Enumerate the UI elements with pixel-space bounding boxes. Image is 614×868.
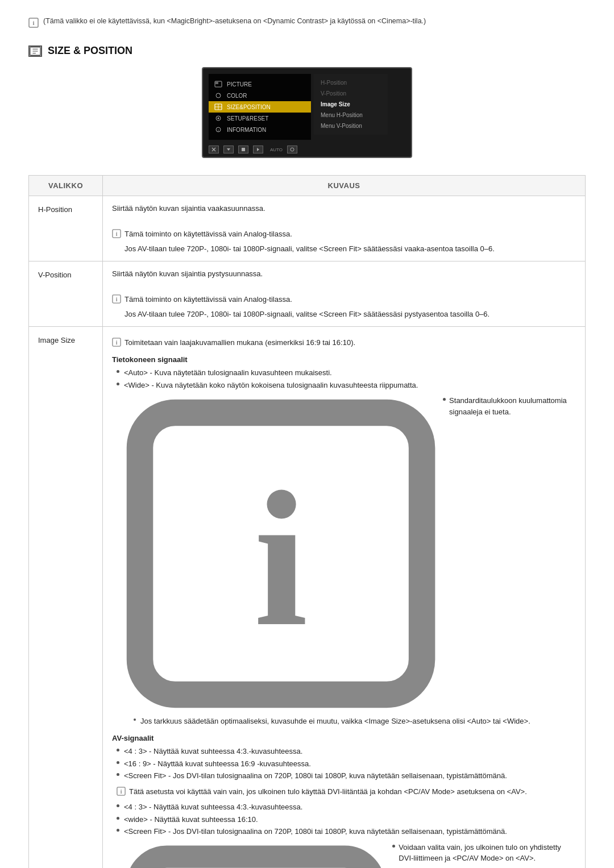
section-title-text: SIZE & POSITION [48, 45, 132, 57]
note-icon-1 [112, 229, 121, 238]
v-position-note-1: Tämä toiminto on käytettävissä vain Anal… [112, 294, 576, 305]
note-icon-image-size-top [112, 338, 121, 347]
bullet-dot-1 [117, 370, 119, 373]
submenu-h-position: H-Position [314, 77, 388, 88]
toolbar-close [209, 146, 219, 153]
top-note-icon [28, 18, 39, 28]
sub-bullet-dot-1 [134, 719, 136, 721]
pc-note-1: Standarditaulukkoon kuulumattomia signaa… [122, 395, 576, 712]
av-bullet-2-text: <16 : 9> - Näyttää kuvat suhteessa 16:9 … [124, 758, 311, 770]
av-bullet-3-text: <Screen Fit> - Jos DVI-tilan tulosignaal… [124, 770, 507, 782]
av-bullet-dot-6 [117, 829, 119, 832]
pc-bullet-2-text: <Wide> - Kuva näytetään koko näytön koko… [124, 380, 418, 391]
pc-bullet-1-text: <Auto> - Kuva näytetään tulosignaalin ku… [124, 367, 332, 379]
pc-note-bullet-dot [443, 398, 446, 401]
image-size-top-note: Toimitetaan vain laajakuvamallien mukana… [112, 337, 576, 348]
svg-point-21 [291, 148, 294, 151]
row-content-image-size: Toimitetaan vain laajakuvamallien mukana… [103, 327, 586, 869]
monitor-menu: PICTURE COLOR SIZE&POSITION [209, 74, 311, 140]
pc-signals-title: Tietokoneen signaalit [112, 354, 576, 366]
section-title-icon [28, 45, 42, 57]
av-note-1-text: Tätä asetusta voi käyttää vain vain, jos… [129, 786, 527, 798]
av-final-note-block: Voidaan valita vain, jos ulkoinen tulo o… [117, 842, 576, 868]
av-final-note-1-text: Voidaan valita vain, jos ulkoinen tulo o… [399, 842, 576, 864]
toolbar-settings [287, 146, 297, 153]
bullet-dot-2 [117, 383, 119, 385]
submenu-menu-h-position: Menu H-Position [314, 110, 388, 121]
pc-subbullet-1: Jos tarkkuus säädetään optimaaliseksi, k… [134, 716, 576, 727]
av-bullet-4-text: <4 : 3> - Näyttää kuvat suhteessa 4:3.-k… [124, 801, 302, 813]
av-bullet-dot-1 [117, 749, 119, 751]
table-row-image-size: Image Size Toimitetaan vain laajakuvamal… [29, 327, 586, 869]
av-bullet-4: <4 : 3> - Näyttää kuvat suhteessa 4:3.-k… [117, 801, 576, 813]
h-position-main-text: Siirtää näytön kuvan sijaintia vaakasuun… [112, 203, 576, 214]
menu-item-size-position: SIZE&POSITION [209, 101, 311, 113]
main-table: VALIKKO KUVAUS H-Position Siirtää näytön… [28, 175, 586, 868]
submenu-image-size: Image Size [314, 99, 388, 110]
toolbar-auto-label: AUTO [270, 147, 283, 152]
av-bullet-dot-5 [117, 817, 119, 820]
pc-note-block: Standarditaulukkoon kuulumattomia signaa… [117, 395, 576, 727]
av-bullet-dot-4 [117, 804, 119, 807]
v-position-note-1-text: Tämä toiminto on käytettävissä vain Anal… [125, 294, 292, 305]
pc-bullet-2: <Wide> - Kuva näytetään koko näytön koko… [117, 380, 576, 391]
monitor-display: PICTURE COLOR SIZE&POSITION [202, 67, 412, 158]
av-bullet-1: <4 : 3> - Näyttää kuvat suhteessa 4:3.-k… [117, 746, 576, 757]
top-note: (Tämä valikko ei ole käytettävissä, kun … [28, 17, 586, 28]
svg-text:i: i [218, 128, 219, 132]
row-content-v-position: Siirtää näytön kuvan sijaintia pystysuun… [103, 261, 586, 327]
av-final-note-1: Voidaan valita vain, jos ulkoinen tulo o… [122, 842, 576, 868]
menu-item-setup-reset: SETUP&RESET [209, 113, 311, 124]
av-bullet-6: <Screen Fit> - Jos DVI-tilan tulosignaal… [117, 826, 576, 837]
note-icon-pc-1 [122, 395, 439, 712]
note-icon-v-1 [112, 294, 121, 304]
av-signals-title: AV-signaalit [112, 733, 576, 744]
note-icon-av-final [122, 842, 389, 868]
pc-note-1-text: Standarditaulukkoon kuulumattomia signaa… [449, 395, 576, 417]
monitor-toolbar: AUTO [209, 146, 405, 153]
row-content-h-position: Siirtää näytön kuvan sijaintia vaakasuun… [103, 196, 586, 261]
av-bullet-dot-2 [117, 761, 119, 764]
av-bullet-1-text: <4 : 3> - Näyttää kuvat suhteessa 4:3.-k… [124, 746, 302, 757]
row-label-image-size: Image Size [29, 327, 103, 869]
menu-item-picture: PICTURE [209, 78, 311, 90]
top-note-text: (Tämä valikko ei ole käytettävissä, kun … [43, 17, 426, 25]
h-position-note-1: Tämä toiminto on käytettävissä vain Anal… [112, 229, 576, 240]
h-position-note-1-text: Tämä toiminto on käytettävissä vain Anal… [125, 229, 292, 240]
av-bullet-3: <Screen Fit> - Jos DVI-tilan tulosignaal… [117, 770, 576, 782]
h-position-note-2-text: Jos AV-tilaan tulee 720P-, 1080i- tai 10… [125, 243, 576, 255]
note-icon-av-1 [117, 787, 126, 796]
av-bullet-5-text: <wide> - Näyttää kuvat suhteessa 16:10. [124, 814, 258, 825]
col-header-kuvaus: KUVAUS [103, 176, 586, 196]
table-row-h-position: H-Position Siirtää näytön kuvan sijainti… [29, 196, 586, 261]
svg-rect-19 [242, 148, 245, 151]
svg-rect-7 [215, 82, 218, 84]
monitor-submenu: H-Position V-Position Image Size Menu H-… [314, 74, 388, 135]
av-bullet-5: <wide> - Näyttää kuvat suhteessa 16:10. [117, 814, 576, 825]
toolbar-square [238, 146, 248, 153]
pc-subbullet-1-text: Jos tarkkuus säädetään optimaaliseksi, k… [140, 716, 530, 727]
row-label-v-position: V-Position [29, 261, 103, 327]
image-size-top-note-text: Toimitetaan vain laajakuvamallien mukana… [125, 337, 355, 348]
submenu-menu-v-position: Menu V-Position [314, 121, 388, 131]
svg-marker-18 [227, 148, 230, 151]
av-final-note-bullet [392, 845, 395, 848]
monitor-screenshot: PICTURE COLOR SIZE&POSITION [28, 67, 586, 158]
submenu-v-position: V-Position [314, 88, 388, 99]
row-label-h-position: H-Position [29, 196, 103, 261]
toolbar-down [223, 146, 234, 153]
v-position-main-text: Siirtää näytön kuvan sijaintia pystysuun… [112, 268, 576, 280]
av-bullet-6-text: <Screen Fit> - Jos DVI-tilan tulosignaal… [124, 826, 507, 837]
v-position-note-2-text: Jos AV-tilaan tulee 720P-, 1080i- tai 10… [125, 309, 576, 320]
av-bullet-dot-3 [117, 773, 119, 776]
menu-item-color: COLOR [209, 90, 311, 101]
menu-item-information: i INFORMATION [209, 124, 311, 135]
av-bullet-2: <16 : 9> - Näyttää kuvat suhteessa 16:9 … [117, 758, 576, 770]
toolbar-right [253, 146, 263, 153]
svg-marker-20 [257, 148, 259, 151]
av-note-block: Tätä asetusta voi käyttää vain vain, jos… [117, 786, 576, 798]
col-header-valikko: VALIKKO [29, 176, 103, 196]
pc-bullet-1: <Auto> - Kuva näytetään tulosignaalin ku… [117, 367, 576, 379]
table-row-v-position: V-Position Siirtää näytön kuvan sijainti… [29, 261, 586, 327]
section-title: SIZE & POSITION [28, 45, 586, 57]
